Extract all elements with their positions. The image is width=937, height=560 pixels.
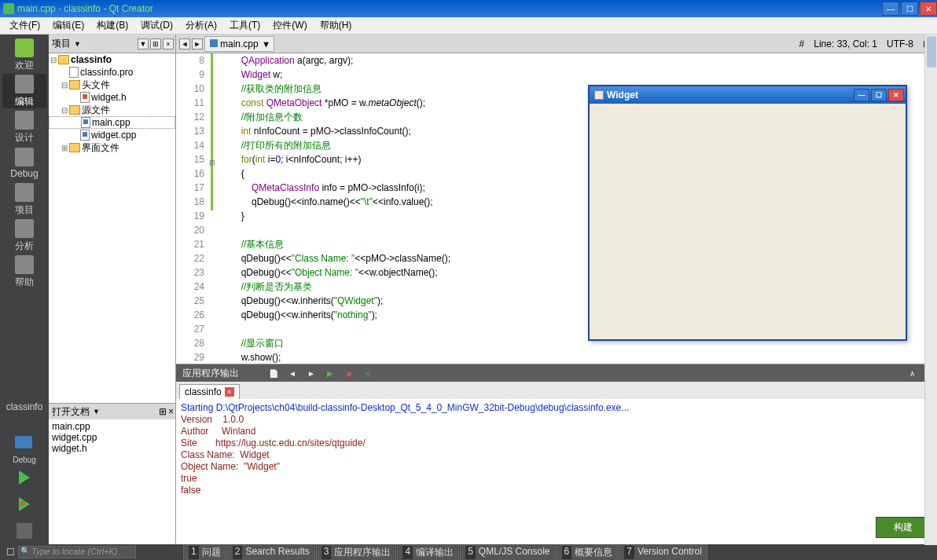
breadcrumb-file[interactable]: main.cpp ▼ — [204, 36, 274, 52]
tree-row[interactable]: ⊟头文件 — [49, 79, 175, 91]
mode-icon — [15, 255, 34, 274]
output-attach-icon[interactable]: ⎋ — [362, 367, 374, 379]
line-col-status: Line: 33, Col: 1 — [814, 38, 877, 49]
menu-item[interactable]: 编辑(E) — [46, 17, 90, 34]
build-badge: 构建 — [876, 517, 931, 538]
filter-button[interactable]: ▼ — [138, 38, 149, 49]
widget-window[interactable]: Widget — ☐ ✕ — [588, 85, 907, 341]
build-config-label: Debug — [13, 456, 35, 464]
project-pane-label: 项目 — [52, 37, 71, 50]
bottom-tab[interactable]: 3应用程序输出 — [316, 544, 397, 561]
open-doc-item[interactable]: widget.h — [52, 443, 172, 454]
build-button[interactable] — [2, 518, 46, 544]
top-toolbar: 项目 ▼ ▼ ⊞ × ◄ ► main.cpp ▼ # Line: 33, Co… — [49, 35, 937, 53]
maximize-button[interactable]: ☐ — [901, 2, 918, 16]
encoding-status[interactable]: UTF-8 — [887, 38, 913, 49]
output-tab-close-icon[interactable]: × — [225, 387, 234, 397]
qt-app-icon — [3, 3, 14, 14]
mode-icon — [15, 75, 34, 93]
close-pane-button[interactable]: × — [163, 38, 174, 49]
tree-row[interactable]: ⊞界面文件 — [49, 141, 175, 154]
bottom-tab[interactable]: 4编译输出 — [397, 544, 459, 561]
menu-item[interactable]: 帮助(H) — [314, 17, 358, 34]
bottom-tab[interactable]: 2Search Results — [227, 544, 315, 561]
mode-欢迎[interactable]: 欢迎 — [2, 38, 46, 72]
tree-row[interactable]: ⊟classinfo — [49, 53, 175, 66]
open-docs-close[interactable]: × — [168, 406, 174, 417]
bottom-tab[interactable]: 6概要信息 — [557, 544, 619, 561]
mode-编辑[interactable]: 编辑 — [2, 74, 46, 108]
mode-帮助[interactable]: 帮助 — [2, 254, 46, 289]
open-doc-item[interactable]: widget.cpp — [52, 432, 172, 443]
mode-sidebar: 欢迎编辑设计Debug项目分析帮助 classinfo Debug — [0, 35, 49, 544]
line-gutter: 8910111213141516171819202122232425262728… — [176, 53, 209, 364]
menubar: 文件(F)编辑(E)构建(B)调试(D)分析(A)工具(T)控件(W)帮助(H) — [0, 17, 937, 35]
debug-run-button[interactable] — [2, 491, 46, 518]
debug-selector[interactable] — [2, 429, 46, 456]
widget-close-button[interactable]: ✕ — [888, 89, 904, 101]
menu-item[interactable]: 文件(F) — [3, 17, 46, 34]
output-new-icon[interactable]: 📄 — [267, 367, 280, 379]
menu-item[interactable]: 调试(D) — [134, 17, 179, 34]
split-button[interactable]: ⊞ — [150, 38, 161, 49]
window-titlebar: main.cpp - classinfo - Qt Creator — ☐ ✕ — [0, 0, 937, 17]
widget-maximize-button[interactable]: ☐ — [871, 89, 887, 101]
locator-input[interactable]: Type to locate (Ctrl+K) — [18, 546, 136, 558]
tree-row[interactable]: classinfo.pro — [49, 66, 175, 79]
mode-icon — [15, 148, 34, 167]
toggle-sidebar-icon[interactable]: ☐ — [6, 547, 15, 558]
svg-rect-0 — [15, 436, 32, 448]
widget-window-title: Widget — [607, 90, 638, 101]
open-doc-item[interactable]: main.cpp — [52, 421, 172, 432]
nav-fwd-button[interactable]: ► — [192, 38, 203, 49]
bottom-tab[interactable]: 5QML/JS Console — [460, 544, 555, 561]
menu-item[interactable]: 构建(B) — [90, 17, 134, 34]
tree-row[interactable]: widget.h — [49, 91, 175, 104]
widget-minimize-button[interactable]: — — [854, 89, 869, 101]
mode-设计[interactable]: 设计 — [2, 110, 46, 145]
run-button[interactable] — [2, 464, 46, 491]
mode-icon — [15, 219, 34, 238]
tree-row[interactable]: main.cpp — [49, 116, 175, 129]
project-tree[interactable]: ⊟classinfoclassinfo.pro⊟头文件widget.h⊟源文件m… — [49, 53, 176, 403]
open-docs-list: main.cppwidget.cppwidget.h — [49, 419, 175, 456]
mode-项目[interactable]: 项目 — [2, 182, 46, 217]
bottom-tab[interactable]: 7Version Control — [619, 544, 707, 561]
menu-item[interactable]: 分析(A) — [179, 17, 223, 34]
run-config-label: classinfo — [0, 401, 49, 412]
output-body[interactable]: Starting D:\QtProjects\ch04\build-classi… — [176, 399, 937, 544]
bottom-tab[interactable]: 1问题 — [183, 544, 226, 561]
output-next-icon[interactable]: ► — [305, 367, 318, 379]
split-editor-icon[interactable]: # — [799, 38, 805, 49]
output-title: 应用程序输出 — [182, 367, 239, 380]
output-prev-icon[interactable]: ◄ — [286, 367, 299, 379]
minimize-button[interactable]: — — [882, 2, 899, 16]
output-tab[interactable]: classinfo × — [179, 384, 240, 399]
mode-icon — [15, 38, 34, 57]
output-min-icon[interactable]: ∧ — [906, 367, 918, 379]
vertical-scrollbar[interactable] — [924, 35, 937, 545]
mode-分析[interactable]: 分析 — [2, 218, 46, 253]
statusbar: ☐ Type to locate (Ctrl+K) 1问题2Search Res… — [0, 544, 937, 560]
close-button[interactable]: ✕ — [920, 2, 937, 16]
mode-icon — [15, 183, 34, 202]
open-docs-split[interactable]: ⊞ — [159, 406, 167, 417]
output-run-icon[interactable]: ▶ — [324, 367, 336, 379]
open-docs-label: 打开文档 — [52, 405, 90, 419]
mode-icon — [15, 111, 34, 130]
mode-Debug[interactable]: Debug — [2, 146, 46, 181]
menu-item[interactable]: 工具(T) — [223, 17, 266, 34]
widget-app-icon — [594, 90, 604, 100]
menu-item[interactable]: 控件(W) — [266, 17, 313, 34]
window-title: main.cpp - classinfo - Qt Creator — [17, 3, 153, 14]
output-stop-icon[interactable]: ■ — [343, 367, 355, 379]
tree-row[interactable]: widget.cpp — [49, 129, 175, 141]
nav-back-button[interactable]: ◄ — [179, 38, 190, 49]
output-panel: 应用程序输出 📄 ◄ ► ▶ ■ ⎋ ∧ ✕ — [176, 364, 937, 544]
tree-row[interactable]: ⊟源文件 — [49, 104, 175, 116]
